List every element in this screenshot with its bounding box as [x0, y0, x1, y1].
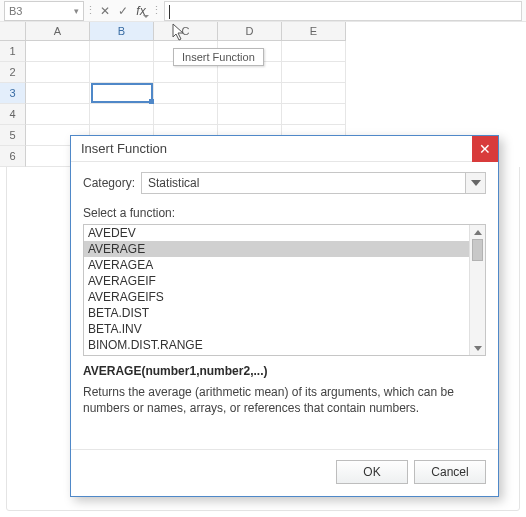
scroll-track[interactable] — [470, 239, 485, 341]
scroll-thumb[interactable] — [472, 239, 483, 261]
cell[interactable] — [282, 104, 346, 125]
row-header[interactable]: 6 — [0, 146, 26, 167]
row-header[interactable]: 4 — [0, 104, 26, 125]
list-item[interactable]: AVERAGE — [84, 241, 469, 257]
x-icon: ✕ — [100, 4, 110, 18]
formula-input[interactable] — [164, 1, 522, 21]
cell[interactable] — [154, 104, 218, 125]
tooltip: Insert Function — [173, 48, 264, 66]
col-header-d[interactable]: D — [218, 22, 282, 41]
cancel-entry-button[interactable]: ✕ — [96, 0, 114, 21]
fx-icon: fx — [136, 4, 145, 18]
row-header[interactable]: 2 — [0, 62, 26, 83]
row-header[interactable]: 3 — [0, 83, 26, 104]
cell[interactable] — [26, 83, 90, 104]
cell[interactable] — [90, 104, 154, 125]
col-header-e[interactable]: E — [282, 22, 346, 41]
cell[interactable] — [26, 41, 90, 62]
list-item[interactable]: BINOM.DIST.RANGE — [84, 337, 469, 353]
col-header-b[interactable]: B — [90, 22, 154, 41]
chevron-down-icon — [471, 180, 481, 186]
cell[interactable] — [218, 83, 282, 104]
formula-bar: B3 ▾ ⋮ ✕ ✓ fx ⋮ — [0, 0, 526, 22]
category-combo[interactable]: Statistical — [141, 172, 486, 194]
function-description: Returns the average (arithmetic mean) of… — [83, 384, 486, 416]
category-value: Statistical — [148, 176, 199, 190]
cell[interactable] — [282, 62, 346, 83]
separator: ⋮ — [84, 0, 96, 21]
chevron-down-icon: ▾ — [74, 6, 79, 16]
category-dropdown-button[interactable] — [465, 173, 485, 193]
tooltip-text: Insert Function — [182, 51, 255, 63]
chevron-up-icon — [474, 230, 482, 235]
row-header[interactable]: 1 — [0, 41, 26, 62]
select-all-corner[interactable] — [0, 22, 26, 41]
list-item[interactable]: BETA.INV — [84, 321, 469, 337]
chevron-down-icon — [474, 346, 482, 351]
list-item[interactable]: AVERAGEIF — [84, 273, 469, 289]
confirm-entry-button[interactable]: ✓ — [114, 0, 132, 21]
cell[interactable] — [218, 104, 282, 125]
cancel-button[interactable]: Cancel — [414, 460, 486, 484]
col-header-a[interactable]: A — [26, 22, 90, 41]
col-header-c[interactable]: C — [154, 22, 218, 41]
name-box-value: B3 — [9, 5, 22, 17]
category-label: Category: — [83, 176, 135, 190]
list-item[interactable]: AVERAGEA — [84, 257, 469, 273]
cell[interactable] — [282, 41, 346, 62]
cell[interactable] — [90, 62, 154, 83]
cell-selection — [91, 83, 153, 103]
ok-button[interactable]: OK — [336, 460, 408, 484]
list-item[interactable]: AVEDEV — [84, 225, 469, 241]
insert-function-button[interactable]: fx — [132, 0, 150, 21]
cell[interactable] — [26, 62, 90, 83]
cell[interactable] — [26, 104, 90, 125]
name-box[interactable]: B3 ▾ — [4, 1, 84, 21]
function-signature: AVERAGE(number1,number2,...) — [83, 364, 486, 378]
close-button[interactable]: ✕ — [472, 136, 498, 162]
select-function-label: Select a function: — [83, 206, 486, 220]
check-icon: ✓ — [118, 4, 128, 18]
cell[interactable] — [154, 83, 218, 104]
cell[interactable] — [282, 83, 346, 104]
dialog-title: Insert Function — [81, 141, 167, 156]
row-header[interactable]: 5 — [0, 125, 26, 146]
list-item[interactable]: AVERAGEIFS — [84, 289, 469, 305]
scroll-up-button[interactable] — [470, 225, 485, 239]
scrollbar[interactable] — [469, 225, 485, 355]
dialog-titlebar[interactable]: Insert Function ✕ — [71, 136, 498, 162]
function-listbox[interactable]: AVEDEVAVERAGEAVERAGEAAVERAGEIFAVERAGEIFS… — [83, 224, 486, 356]
insert-function-dialog: Insert Function ✕ Category: Statistical … — [70, 135, 499, 497]
separator: ⋮ — [150, 0, 162, 21]
scroll-down-button[interactable] — [470, 341, 485, 355]
close-icon: ✕ — [479, 141, 491, 157]
cell[interactable] — [90, 41, 154, 62]
list-item[interactable]: BETA.DIST — [84, 305, 469, 321]
